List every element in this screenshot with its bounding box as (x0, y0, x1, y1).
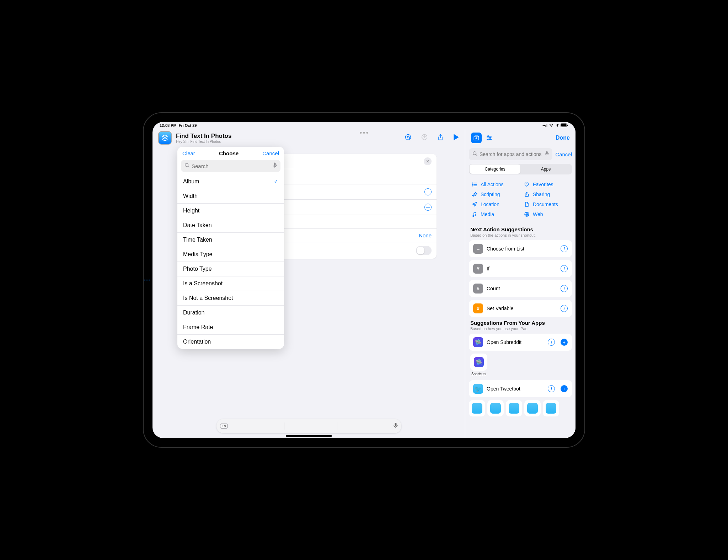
svg-point-25 (473, 216, 474, 217)
tweetbot-tile[interactable] (543, 400, 559, 416)
category-icon (524, 211, 530, 217)
tab-categories[interactable]: Categories (470, 165, 520, 174)
remove-media-type-button[interactable]: — (424, 188, 432, 195)
suggestion-item[interactable]: ≡Choose from Listi (469, 240, 572, 257)
category-icon (524, 201, 530, 207)
info-button[interactable]: i (561, 245, 568, 252)
svg-point-26 (475, 215, 476, 216)
next-suggestions-title: Next Action Suggestions (470, 226, 571, 232)
svg-point-23 (472, 184, 473, 185)
search-icon (184, 163, 189, 169)
app-suggestion-tweetbot[interactable]: 🐦 Open Tweetbot i + (469, 380, 572, 397)
language-badge[interactable]: EN (220, 424, 228, 429)
svg-rect-1 (561, 124, 567, 126)
category-icon (472, 201, 477, 207)
svg-rect-21 (546, 151, 548, 154)
suggestion-icon: Y (473, 264, 483, 274)
search-icon (472, 151, 477, 157)
tweetbot-tile[interactable] (469, 400, 485, 416)
battery-icon (561, 123, 568, 128)
suggestion-icon: x (473, 303, 483, 313)
svg-rect-2 (567, 124, 568, 126)
tweetbot-tile[interactable] (506, 400, 522, 416)
popover-item[interactable]: Photo Type (177, 262, 284, 276)
popover-title: Choose (219, 150, 239, 156)
popover-item[interactable]: Time Taken (177, 233, 284, 247)
tweetbot-tile[interactable] (524, 400, 541, 416)
category-item[interactable]: Scripting (472, 190, 517, 199)
popover-item[interactable]: Frame Rate (177, 320, 284, 335)
info-button[interactable]: i (561, 285, 568, 292)
app-suggestion-subreddit[interactable]: 🛸 Open Subreddit i + (469, 334, 572, 351)
library-button[interactable] (471, 133, 482, 143)
shortcuts-label: Shortcuts (470, 372, 487, 376)
svg-point-3 (406, 134, 411, 140)
suggestion-icon: ≡ (473, 244, 483, 254)
mic-icon[interactable] (273, 162, 277, 169)
app-suggestions-title: Suggestions From Your Apps (470, 320, 571, 326)
suggestion-item[interactable]: xSet Variablei (469, 300, 572, 317)
info-button[interactable]: i (561, 265, 568, 272)
apollo-icon: 🛸 (473, 337, 483, 347)
category-icon (472, 211, 477, 217)
sidebar-cancel-button[interactable]: Cancel (555, 151, 572, 157)
add-button[interactable]: + (561, 339, 568, 346)
category-item[interactable]: Sharing (524, 190, 569, 199)
redo-button (421, 134, 428, 142)
tab-apps[interactable]: Apps (520, 165, 571, 174)
popover-item[interactable]: Media Type (177, 247, 284, 262)
svg-point-17 (488, 136, 489, 137)
add-button[interactable]: + (561, 385, 568, 392)
done-button[interactable]: Done (556, 135, 570, 141)
sidebar-search-input[interactable] (480, 151, 543, 157)
remove-action-button[interactable]: ✕ (424, 157, 432, 165)
shortcut-icon[interactable] (158, 131, 172, 145)
info-button[interactable]: i (548, 339, 555, 346)
category-item[interactable]: Media (472, 210, 517, 219)
info-button[interactable]: i (561, 305, 568, 312)
popover-item[interactable]: Is Not a Screenshot (177, 291, 284, 306)
category-icon (524, 192, 530, 197)
limit-toggle[interactable] (416, 246, 432, 255)
suggestion-item[interactable]: #Counti (469, 280, 572, 297)
popover-item[interactable]: Duration (177, 306, 284, 320)
tweetbot-tile[interactable] (487, 400, 504, 416)
check-icon: ✓ (274, 178, 278, 185)
play-button[interactable] (453, 134, 459, 142)
info-button[interactable]: i (548, 385, 555, 392)
category-icon (472, 182, 477, 187)
svg-point-22 (472, 183, 473, 183)
dictation-icon[interactable] (394, 422, 398, 430)
remove-album-button[interactable]: — (424, 204, 432, 211)
category-item[interactable]: Documents (524, 200, 569, 209)
category-item[interactable]: Web (524, 210, 569, 219)
spotlight-bar[interactable]: EN (216, 419, 401, 433)
popover-item[interactable]: Album✓ (177, 174, 284, 189)
cancel-button[interactable]: Cancel (262, 150, 279, 156)
segmented-control[interactable]: Categories Apps (469, 164, 572, 174)
svg-rect-14 (274, 163, 276, 166)
svg-point-18 (489, 137, 491, 138)
popover-item[interactable]: Is a Screenshot (177, 276, 284, 291)
home-indicator[interactable] (286, 435, 332, 437)
sort-value[interactable]: None (419, 232, 432, 238)
shortcuts-app-tile[interactable]: 🛸 (470, 354, 487, 371)
svg-rect-15 (395, 423, 396, 426)
multitask-dots[interactable] (360, 132, 368, 134)
clear-button[interactable]: Clear (182, 150, 195, 156)
popover-item[interactable]: Orientation (177, 335, 284, 349)
category-item[interactable]: All Actions (472, 180, 517, 189)
app-suggestions-subtitle: Based on how you use your iPad. (470, 327, 571, 331)
share-button[interactable] (437, 134, 444, 142)
suggestion-item[interactable]: YIfi (469, 260, 572, 277)
popover-item[interactable]: Width (177, 189, 284, 204)
category-item[interactable]: Favorites (524, 180, 569, 189)
undo-button[interactable] (405, 134, 412, 142)
category-item[interactable]: Location (472, 200, 517, 209)
mic-icon[interactable] (545, 151, 549, 158)
settings-button[interactable] (484, 133, 494, 143)
popover-item[interactable]: Height (177, 204, 284, 218)
popover-search-input[interactable] (192, 163, 271, 169)
location-icon (555, 123, 559, 128)
popover-item[interactable]: Date Taken (177, 218, 284, 233)
